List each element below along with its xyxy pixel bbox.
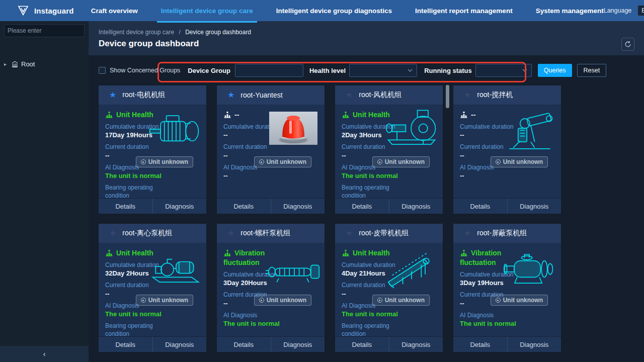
unit-unknown-badge: Unit unknown [136, 156, 193, 167]
left-sidebar: ▸ Root ‹ [0, 21, 89, 362]
favorite-star-icon[interactable]: ★ [109, 91, 116, 99]
equipment-illustration-motor [146, 108, 204, 154]
main-nav: Craft overview Intelligent device group … [91, 0, 604, 21]
card-footer: Details Diagnosis [99, 198, 206, 214]
favorite-star-icon[interactable]: ★ [346, 91, 353, 99]
refresh-icon [624, 41, 631, 48]
diagnosis-button[interactable]: Diagnosis [389, 337, 443, 352]
card-footer: Details Diagnosis [453, 198, 561, 214]
sidebar-search [4, 24, 85, 37]
breadcrumb-separator: / [179, 29, 180, 36]
breadcrumb-parent[interactable]: Intelligent device group care [99, 29, 174, 36]
details-button[interactable]: Details [335, 199, 389, 214]
nav-device-group-care[interactable]: Intelligent device group care [161, 0, 253, 21]
running-status-select[interactable] [475, 64, 532, 77]
details-button[interactable]: Details [453, 199, 508, 214]
card-header: ★ root-搅拌机 [453, 85, 561, 105]
card-footer: Details Diagnosis [453, 336, 561, 352]
unit-unknown-badge: Unit unknown [254, 295, 311, 306]
status-dot-icon [141, 298, 146, 303]
reset-button[interactable]: Reset [577, 64, 607, 77]
card-body: Vibration fluctuation Cumulative duratio… [217, 243, 325, 336]
nav-craft-overview[interactable]: Craft overview [91, 0, 138, 21]
ai-diagnosis-field: AI Diagnosis The unit is normal [460, 312, 519, 328]
equipment-illustration-screw-pump [264, 257, 323, 287]
details-button[interactable]: Details [335, 337, 389, 352]
health-podium-icon [460, 249, 468, 256]
bearing-condition-field: Bearing operating condition The unit bea… [105, 184, 170, 198]
diagnosis-button[interactable]: Diagnosis [153, 199, 207, 214]
show-concerned-checkbox[interactable] [99, 67, 106, 74]
filter-bar: Show Concerned Groups Device Group Healt… [89, 55, 644, 85]
diagnosis-button[interactable]: Diagnosis [508, 337, 561, 352]
status-dot-icon [377, 159, 382, 164]
tree-item-label: Root [21, 60, 35, 68]
details-button[interactable]: Details [453, 337, 508, 352]
favorite-star-icon[interactable]: ★ [464, 91, 471, 99]
card-header: ★ root-Yuantest [217, 85, 325, 105]
navbar-right: Language English 超级管理员 [604, 2, 644, 19]
bearing-condition-field: Bearing operating condition The unit bea… [342, 184, 406, 198]
language-label: Language [604, 7, 632, 14]
institution-icon [11, 60, 19, 68]
device-group-input[interactable] [235, 64, 303, 77]
card-title: root-风机机组 [359, 90, 401, 100]
card-title: root-离心泵机组 [122, 229, 172, 238]
details-button[interactable]: Details [99, 199, 153, 214]
chevron-down-icon [522, 69, 527, 72]
card-header: ★ root-风机机组 [335, 85, 443, 105]
details-button[interactable]: Details [99, 337, 153, 352]
equipment-illustration-mixer [501, 108, 559, 154]
card-title: root-螺杆泵机组 [240, 229, 290, 238]
card-footer: Details Diagnosis [335, 198, 443, 214]
unit-unknown-badge: Unit unknown [372, 156, 430, 167]
diagnosis-button[interactable]: Diagnosis [389, 199, 443, 214]
diagnosis-button[interactable]: Diagnosis [271, 337, 325, 352]
details-button[interactable]: Details [217, 337, 271, 352]
refresh-button[interactable] [621, 38, 634, 51]
card-body: Vibration fluctuation Cumulative duratio… [453, 243, 561, 336]
diagnosis-button[interactable]: Diagnosis [508, 199, 561, 214]
card-body: -- Cumulative duration -- Current durati… [217, 105, 325, 198]
unit-unknown-badge: Unit unknown [491, 156, 548, 167]
diagnosis-button[interactable]: Diagnosis [153, 337, 207, 352]
health-podium-icon [105, 111, 113, 118]
chevron-down-icon [408, 69, 413, 72]
sidebar-collapse-button[interactable]: ‹ [0, 346, 89, 362]
favorite-star-icon[interactable]: ★ [227, 91, 234, 99]
language-select[interactable]: English [637, 5, 644, 16]
nav-device-group-diagnostics[interactable]: Intelligent device group diagnostics [276, 0, 392, 21]
favorite-star-icon[interactable]: ★ [346, 229, 353, 237]
favorite-star-icon[interactable]: ★ [464, 229, 471, 237]
bearing-condition-field: Bearing operating condition The unit bea… [342, 322, 406, 336]
diagnosis-button[interactable]: Diagnosis [271, 199, 325, 214]
device-card: ★ root-搅拌机 -- Cumulative duration -- Cur… [453, 85, 561, 214]
favorite-star-icon[interactable]: ★ [109, 229, 116, 237]
show-concerned-label[interactable]: Show Concerned Groups [110, 67, 180, 74]
device-card: ★ root-电机机组 Unit Health Cumulative durat… [99, 85, 206, 214]
sidebar-search-input[interactable] [5, 27, 89, 34]
card-body: Unit Health Cumulative duration 4Day 21H… [335, 243, 443, 336]
device-card: ★ root-皮带机机组 Unit Health Cumulative dura… [335, 224, 443, 352]
collapse-chevron-icon: ‹ [43, 350, 46, 358]
status-dot-icon [496, 159, 501, 164]
nav-system-management[interactable]: System management [536, 0, 604, 21]
scrollbar-thumb[interactable] [446, 85, 449, 108]
queries-button[interactable]: Queries [538, 64, 572, 77]
card-title: root-屏蔽泵机组 [477, 229, 527, 238]
health-podium-icon [342, 111, 350, 118]
top-navbar: Instaguard Craft overview Intelligent de… [0, 0, 644, 21]
health-level-select[interactable] [349, 64, 417, 77]
device-card: ★ root-螺杆泵机组 Vibration fluctuation Cumul… [217, 224, 325, 352]
nav-report-management[interactable]: Intelligent report management [415, 0, 513, 21]
favorite-star-icon[interactable]: ★ [227, 229, 234, 237]
card-footer: Details Diagnosis [217, 198, 325, 214]
details-button[interactable]: Details [217, 199, 271, 214]
tree-item-root[interactable]: ▸ Root [0, 57, 89, 70]
equipment-illustration-shielded-pump [501, 246, 559, 292]
health-podium-icon [223, 111, 231, 118]
tree-expand-caret-icon[interactable]: ▸ [4, 61, 10, 67]
health-podium-icon [223, 249, 231, 256]
instaguard-logo-icon [17, 5, 29, 17]
health-podium-icon [342, 249, 350, 256]
